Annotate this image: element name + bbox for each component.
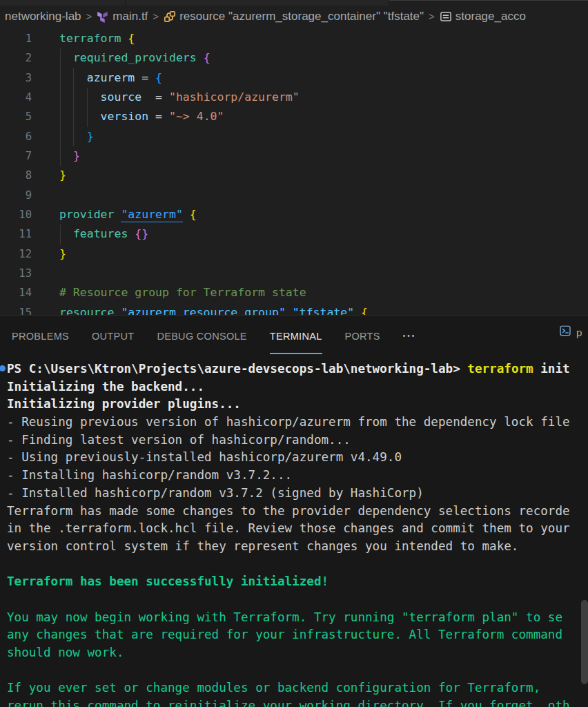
bottom-panel: PROBLEMSOUTPUTDEBUG CONSOLETERMINALPORTS… [0,315,588,707]
line-number[interactable]: 7 [0,146,32,166]
code-token: } [87,130,94,143]
panel-tab-ports[interactable]: PORTS [345,318,380,354]
line-number[interactable]: 14 [0,283,32,302]
code-text: azurerm = { [59,68,162,88]
terminal-name-label[interactable]: p [576,327,582,338]
terminal-scrollbar[interactable] [581,600,588,684]
panel-tab-problems[interactable]: PROBLEMS [12,318,69,354]
code-token: version [101,110,149,123]
line-number[interactable]: 10 [0,205,32,224]
terminal-text: Terraform has made some changes to the p… [7,504,570,518]
terminal-line: You may now begin working with Terraform… [7,609,588,627]
code-token [59,149,73,162]
terminal-line: Terraform has made some changes to the p… [7,503,588,521]
line-number[interactable]: 6 [0,127,32,146]
command-decoration-dot[interactable] [0,365,6,371]
code-editor[interactable]: 1terraform {2 required_providers {3 azur… [0,27,588,315]
terminal-output[interactable]: PS C:\Users\Ktron\Projects\azure-devseco… [0,356,588,707]
line-number[interactable]: 11 [0,224,32,244]
terminal-text: You may now begin working with Terraform… [7,610,562,624]
code-token: provider [59,208,121,221]
line-number[interactable]: 2 [0,48,32,68]
field-symbol-icon [440,10,452,23]
breadcrumb-item-3[interactable]: storage_acco [440,10,526,23]
terminal-line: any changes that are required for your i… [7,626,588,644]
code-token: } [59,168,66,182]
terminal-line: - Installed hashicorp/random v3.7.2 (sig… [7,485,588,503]
code-token: = [141,90,169,104]
code-text: } [59,146,80,166]
breadcrumb-item-0[interactable]: networking-lab [5,10,81,23]
open-terminal-button[interactable] [559,325,571,340]
code-token [59,227,73,240]
breadcrumb-item-label: main.tf [112,10,148,23]
terminal-text: Initializing provider plugins... [7,397,241,411]
code-line: 10provider "azurerm" { [0,205,588,224]
code-token [59,90,101,104]
line-number[interactable]: 9 [0,186,32,205]
code-token [59,71,87,84]
code-token: { [128,32,135,45]
terminal-text: Terraform has been successfully initiali… [7,574,329,588]
line-number[interactable]: 1 [0,29,32,48]
terminal-text: Initializing the backend... [7,380,204,394]
code-text: version = "~> 4.0" [59,107,224,126]
breadcrumb-item-2[interactable]: resource "azurerm_storage_container" "tf… [164,10,424,23]
line-number[interactable]: 15 [0,303,32,315]
terminal-text: - Installing hashicorp/random v3.7.2... [7,468,292,482]
panel-tab-terminal[interactable]: TERMINAL [270,318,322,354]
code-token: # Resource group for Terraform state [59,286,306,299]
breadcrumb-separator: > [153,10,159,22]
breadcrumb-item-1[interactable]: main.tf [97,10,148,23]
terminal-text: in the .terraform.lock.hcl file. Review … [7,521,570,535]
code-text: source = "hashicorp/azurerm" [59,88,300,107]
code-line: 3 azurerm = { [0,68,588,88]
terminal-line: rerun this command to reinitialize your … [7,697,588,707]
terminal-text: - Using previously-installed hashicorp/a… [7,450,402,464]
code-token: "azurerm" [121,208,182,222]
terminal-text: - Installed hashicorp/random v3.7.2 (sig… [7,486,424,500]
code-token: } [73,149,80,162]
terminal-text: rerun this command to reinitialize your … [7,699,570,707]
terminal-line: - Using previously-installed hashicorp/a… [7,449,588,467]
terminal-line: should now work. [7,644,588,662]
panel-tab-debug-console[interactable]: DEBUG CONSOLE [157,318,246,354]
code-line: 1terraform { [0,29,588,48]
terminal-line: - Installing hashicorp/random v3.7.2... [7,467,588,485]
code-token: { [190,208,197,221]
code-token: terraform [59,32,128,45]
vscode-window: networking-lab>main.tf>resource "azurerm… [0,0,588,707]
code-token [59,130,87,143]
panel-more-actions-icon[interactable]: ••• [403,332,417,340]
code-token [59,110,101,123]
code-token: "azurerm_resource_group" [121,306,285,315]
editor-tab-strip[interactable] [0,0,588,6]
terminal-line: Initializing provider plugins... [7,396,588,414]
line-number[interactable]: 3 [0,68,32,88]
line-number[interactable]: 4 [0,88,32,107]
code-token [183,208,190,221]
code-line: 5 version = "~> 4.0" [0,107,588,126]
tab-separator [125,0,126,6]
code-text: resource "azurerm_resource_group" "tfsta… [59,303,368,315]
code-token: resource [59,306,121,315]
code-line: 13 [0,264,588,283]
code-token: = [135,71,155,84]
line-number[interactable]: 5 [0,107,32,126]
code-token [286,306,293,315]
code-token: { [204,51,210,64]
line-number[interactable]: 13 [0,264,32,283]
line-number[interactable]: 12 [0,244,32,264]
code-token: { [155,71,162,84]
line-number[interactable]: 8 [0,166,32,185]
code-text: terraform { [59,29,135,48]
panel-tab-output[interactable]: OUTPUT [92,318,134,354]
terminal-text: terraform [467,362,540,376]
code-text: } [59,244,66,264]
terminal-line: Initializing the backend... [7,378,588,396]
code-line: 12} [0,244,588,264]
active-editor-tab[interactable] [389,0,588,6]
code-text: } [59,127,94,146]
code-token: source [101,90,142,104]
terminal-text: any changes that are required for your i… [7,628,562,641]
